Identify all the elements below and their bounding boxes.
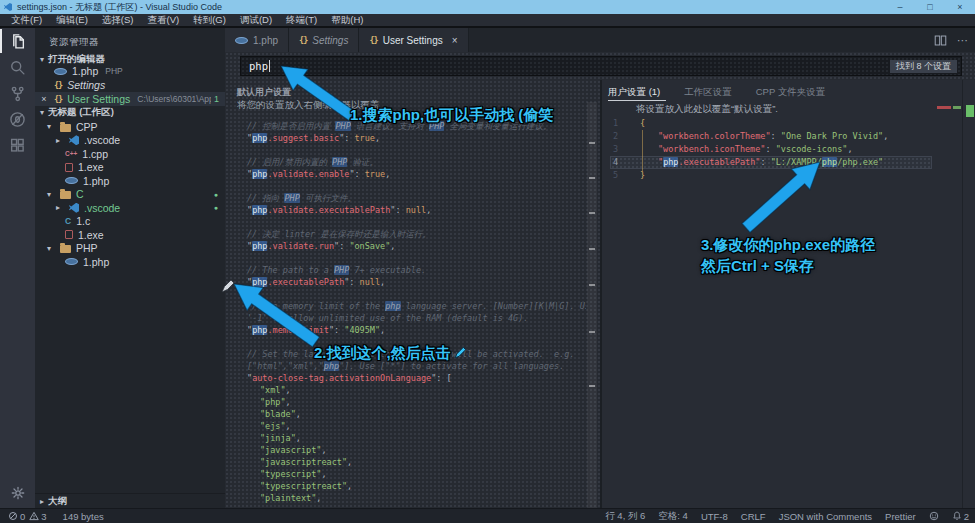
open-editor-1-php[interactable]: 1.phpPHP: [35, 64, 225, 78]
vscode-icon: [69, 135, 79, 145]
open-editors-list: 1.phpPHP{}Settings×{}User SettingsC:\Use…: [35, 64, 225, 106]
item-label: 1.exe: [78, 161, 104, 173]
more-actions-icon[interactable]: ⋯: [957, 34, 969, 47]
close-icon[interactable]: ×: [452, 35, 458, 46]
code-line: "javascript",: [225, 444, 586, 456]
code-line: '-1' to allow unlimited use of the RAM (…: [225, 312, 586, 324]
extensions-icon[interactable]: [0, 132, 35, 158]
code-line: ["html","xml","php"]. Use ["*"] to activ…: [225, 360, 586, 372]
item-label: 1.php: [83, 256, 109, 268]
warnings-indicator[interactable]: 3: [29, 511, 46, 522]
status-crlf[interactable]: CRLF: [741, 511, 766, 522]
code-line: "xml",: [225, 384, 586, 396]
overview-ruler: [962, 80, 963, 508]
item-label: 1.php: [83, 175, 109, 187]
open-editor-settings[interactable]: {}Settings: [35, 78, 225, 92]
tab-1-php[interactable]: 1.php: [225, 28, 289, 52]
code-line: [225, 336, 586, 348]
folder--vscode[interactable]: ▸.vscode: [35, 134, 225, 148]
settings-search-input[interactable]: php 找到 8 个设置: [240, 56, 962, 76]
code-line: "typescriptreact",: [225, 480, 586, 492]
folder-php[interactable]: ▾PHP: [35, 242, 225, 256]
settings-search-strip: php 找到 8 个设置: [225, 52, 975, 80]
explorer-icon[interactable]: [0, 28, 35, 54]
close-icon[interactable]: ×: [39, 94, 49, 104]
tab-user-settings[interactable]: {}User Settings×: [359, 28, 468, 52]
maximize-button[interactable]: □: [915, 0, 945, 14]
file-1-php[interactable]: 1.php: [35, 255, 225, 269]
file-1-exe[interactable]: 1.exe: [35, 161, 225, 175]
vscode-logo-icon: [4, 3, 12, 11]
menu-item-调试-d-[interactable]: 调试(D): [233, 14, 279, 27]
code-line: [225, 252, 586, 264]
menu-item-转到-g-[interactable]: 转到(G): [186, 14, 233, 27]
default-settings-code[interactable]: // 控制是否启用内置 PHP 语言建议。支持对 PHP 全局变量和变量运行建议…: [225, 120, 586, 504]
code-line: [225, 144, 586, 156]
split-editor-icon[interactable]: [934, 34, 947, 47]
file-1-php[interactable]: 1.php: [35, 174, 225, 188]
chevron-down-icon: ▾: [40, 55, 44, 64]
c-icon: C: [65, 216, 71, 226]
scrollbar[interactable]: [587, 102, 597, 508]
menu-item-编辑-e-[interactable]: 编辑(E): [49, 14, 95, 27]
code-line: 2"workbench.colorTheme": "One Dark Pro V…: [602, 130, 955, 143]
code-line: "typescript",: [225, 468, 586, 480]
status-utf-8[interactable]: UTF-8: [701, 511, 728, 522]
errors-indicator[interactable]: 0: [8, 511, 25, 522]
code-line: "php.validate.executablePath": null,: [225, 204, 586, 216]
item-label: C: [76, 188, 84, 200]
file-1-cpp[interactable]: C++1.cpp: [35, 147, 225, 161]
settings-scope-tabs: 用户设置 (1)工作区设置CPP 文件夹设置: [608, 86, 825, 99]
workspace-section-header[interactable]: ▾ 无标题 (工作区): [35, 106, 225, 119]
feedback-smiley-icon[interactable]: [929, 511, 939, 521]
code-line: [225, 216, 586, 228]
code-line: "javascriptreact",: [225, 456, 586, 468]
user-settings-code[interactable]: 1{2"workbench.colorTheme": "One Dark Pro…: [602, 117, 955, 182]
open-editor-user-settings[interactable]: ×{}User SettingsC:\Users\60301\AppData..…: [35, 92, 225, 106]
editor-detail: C:\Users\60301\AppData...: [137, 94, 211, 104]
status-空格-4[interactable]: 空格: 4: [658, 510, 688, 523]
code-line: // 决定 linter 是在保存时还是输入时运行。: [225, 228, 586, 240]
minimize-button[interactable]: –: [885, 0, 915, 14]
source-control-icon[interactable]: [0, 80, 35, 106]
folder-cpp[interactable]: ▾CPP: [35, 120, 225, 134]
explorer-sidebar: 资源管理器 ▾ 打开的编辑器 1.phpPHP{}Settings×{}User…: [35, 28, 225, 508]
code-line: // The path to a PHP 7+ executable.: [225, 264, 586, 276]
outline-section-header[interactable]: ▸ 大纲: [35, 493, 225, 508]
file-1-c[interactable]: C1.c: [35, 215, 225, 229]
settings-scope-tab-工作区设置[interactable]: 工作区设置: [684, 86, 732, 99]
close-button[interactable]: ×: [945, 0, 975, 14]
tab-settings[interactable]: {}Settings: [289, 28, 359, 52]
code-line: // 控制是否启用内置 PHP 语言建议。支持对 PHP 全局变量和变量运行建议…: [225, 120, 586, 132]
sidebar-header: 资源管理器: [49, 36, 99, 49]
menu-item-选择-s-[interactable]: 选择(S): [95, 14, 141, 27]
notifications-bell[interactable]: 2: [952, 511, 969, 522]
editor-detail: PHP: [105, 66, 122, 76]
menu-item-帮助-h-[interactable]: 帮助(H): [324, 14, 370, 27]
debug-icon[interactable]: [0, 106, 35, 132]
line-number: 4: [602, 156, 628, 169]
code-line: 5}: [602, 169, 955, 182]
search-icon[interactable]: [0, 54, 35, 80]
menu-item-查看-v-[interactable]: 查看(V): [140, 14, 186, 27]
status-bar: 0 3 149 bytes 行 4, 列 6空格: 4UTF-8CRLFJSON…: [0, 508, 975, 523]
settings-gear-icon[interactable]: [0, 480, 35, 506]
settings-scope-tab-用户设置-1-[interactable]: 用户设置 (1): [608, 86, 660, 99]
editor-tab-bar: 1.php{}Settings{}User Settings×: [225, 28, 975, 52]
user-settings-hint: 将设置放入此处以覆盖“默认设置”.: [636, 103, 778, 116]
status-prettier[interactable]: Prettier: [885, 511, 916, 522]
folder--vscode[interactable]: ▸.vscode●: [35, 201, 225, 215]
default-settings-hint: 将您的设置放入右侧编辑器以覆盖。: [237, 99, 389, 112]
menu-item-文件-f-[interactable]: 文件(F): [4, 14, 49, 27]
item-label: CPP: [76, 121, 98, 133]
status-json-with-comments[interactable]: JSON with Comments: [779, 511, 872, 522]
menu-item-终端-t-[interactable]: 终端(T): [279, 14, 324, 27]
status-行-4-列-6[interactable]: 行 4, 列 6: [605, 510, 645, 523]
settings-scope-tab-cpp-文件夹设置[interactable]: CPP 文件夹设置: [756, 86, 826, 99]
chevron-down-icon: ▾: [47, 190, 55, 199]
php-icon: [65, 258, 78, 265]
file-1-exe[interactable]: 1.exe: [35, 228, 225, 242]
folder-c[interactable]: ▾C●: [35, 188, 225, 202]
code-line: "php.suggest.basic": true,: [225, 132, 586, 144]
minimap: [953, 106, 961, 109]
